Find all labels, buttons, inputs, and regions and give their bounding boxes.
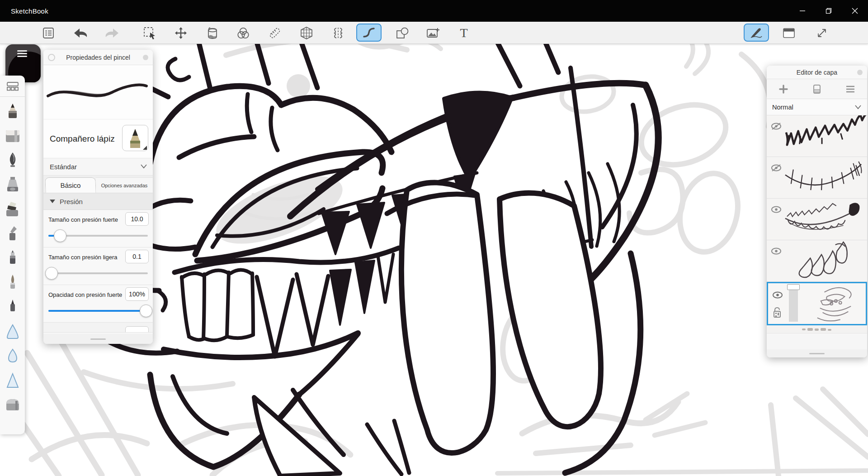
pin-toggle-icon[interactable] xyxy=(48,54,55,61)
tab-opciones-avanzadas[interactable]: Opciones avanzadas xyxy=(96,177,153,193)
eraser-icon[interactable] xyxy=(0,126,25,146)
layer-row-4[interactable] xyxy=(767,157,867,199)
brush-name: Compañero lápiz xyxy=(50,134,115,144)
pencil-icon[interactable] xyxy=(0,102,25,122)
layer-row-1-selected[interactable] xyxy=(767,282,867,325)
layer-row-5[interactable] xyxy=(767,115,867,157)
perspective-icon[interactable] xyxy=(299,26,314,40)
brush-panel-tabs: Básico Opciones avanzadas xyxy=(43,176,153,193)
stroke-preview xyxy=(43,65,153,119)
slider-handle[interactable] xyxy=(140,305,152,317)
ruler-icon[interactable] xyxy=(268,26,282,40)
layer-row-3[interactable] xyxy=(767,199,867,240)
chisel-marker-icon[interactable] xyxy=(0,224,25,244)
blend-mode-label: Normal xyxy=(772,104,793,111)
palette-grid-icon[interactable] xyxy=(0,76,25,96)
chevron-down-icon xyxy=(140,164,147,169)
airbrush-flask-icon[interactable] xyxy=(0,175,25,195)
layer-thumbnail xyxy=(782,157,867,198)
opacity-high-pressure-value[interactable]: 100% xyxy=(125,287,149,301)
window-panel-icon[interactable] xyxy=(782,26,796,40)
layer-opacity-handle[interactable] xyxy=(787,284,800,290)
layer-editor-panel: Editor de capa Normal xyxy=(767,66,867,357)
tab-basico[interactable]: Básico xyxy=(45,177,96,193)
brush-category-label: Estándar xyxy=(50,163,77,171)
brush-thumbnail-button[interactable] xyxy=(122,125,148,151)
minimize-button[interactable] xyxy=(789,0,816,22)
layer-thumbnail xyxy=(801,283,867,324)
layer-row-2[interactable] xyxy=(767,240,867,282)
brush-panel-title: Propiedades del pincel xyxy=(66,54,130,61)
toolbar: T xyxy=(0,22,868,44)
undo-icon[interactable] xyxy=(73,26,88,40)
visibility-hidden-icon[interactable] xyxy=(770,122,782,131)
opacity-high-pressure-slider[interactable] xyxy=(48,310,148,312)
layer-panel-resize[interactable] xyxy=(767,349,867,357)
panel-drag-handle[interactable] xyxy=(143,55,148,60)
size-high-pressure-slider[interactable] xyxy=(48,235,148,237)
size-high-pressure-value[interactable]: 10.0 xyxy=(125,212,149,226)
layer-panel-title: Editor de capa xyxy=(797,69,837,76)
import-image-icon[interactable] xyxy=(426,26,440,40)
size-low-pressure-row: Tamaño con presión ligera 0.1 xyxy=(43,248,153,285)
shapes-icon[interactable] xyxy=(395,26,410,40)
background-layer-partial[interactable] xyxy=(767,325,867,333)
menu-icon[interactable] xyxy=(41,26,56,40)
fill-bucket-icon[interactable] xyxy=(205,26,220,40)
opacity-high-pressure-row: Opacidad con presión fuerte 100% xyxy=(43,285,153,323)
close-button[interactable] xyxy=(842,0,868,22)
size-high-pressure-row: Tamaño con presión fuerte 10.0 xyxy=(43,210,153,248)
hard-airbrush-icon[interactable] xyxy=(0,371,25,390)
symmetry-icon[interactable] xyxy=(331,26,345,40)
visibility-icon[interactable] xyxy=(770,247,782,256)
brush-panel-resize[interactable] xyxy=(43,334,153,344)
puck-menu-icon[interactable] xyxy=(17,50,27,52)
visibility-icon[interactable] xyxy=(772,290,783,300)
layer-thumbnail xyxy=(782,240,867,281)
slider-handle[interactable] xyxy=(45,267,58,280)
chevron-down-icon xyxy=(854,105,862,110)
brush-properties-panel: Propiedades del pincel Compañero lápiz E… xyxy=(43,50,153,344)
fullscreen-icon[interactable] xyxy=(815,26,829,40)
redo-icon[interactable] xyxy=(105,26,119,40)
titlebar: SketchBook xyxy=(0,0,868,22)
marker-icon[interactable] xyxy=(0,200,25,219)
smudge-dome-icon[interactable] xyxy=(0,395,25,415)
brush-editor-selected[interactable] xyxy=(744,24,769,42)
size-low-pressure-value[interactable]: 0.1 xyxy=(125,250,149,263)
text-tool-icon[interactable]: T xyxy=(457,26,471,40)
svg-text:T: T xyxy=(460,27,467,39)
restore-button[interactable] xyxy=(816,0,842,22)
layer-actions xyxy=(767,79,867,99)
layer-thumbnail xyxy=(782,199,867,240)
blend-mode-dropdown[interactable]: Normal xyxy=(767,99,867,115)
fine-liner-icon[interactable] xyxy=(0,297,25,317)
select-marquee-icon[interactable] xyxy=(143,26,157,40)
brush-palette xyxy=(0,76,25,434)
layer-panel-header[interactable]: Editor de capa xyxy=(767,66,867,79)
color-blend-icon[interactable] xyxy=(236,26,250,40)
ink-pen-icon[interactable] xyxy=(0,151,25,171)
pressure-section-header[interactable]: Presión xyxy=(43,193,153,210)
thumb-corner-flag xyxy=(143,146,147,150)
brush-category-dropdown[interactable]: Estándar xyxy=(43,158,153,176)
brush-panel-header[interactable]: Propiedades del pincel xyxy=(43,50,153,65)
smudge-drop-icon[interactable] xyxy=(0,346,25,366)
lock-transparency-icon[interactable] xyxy=(773,307,782,319)
size-low-pressure-slider[interactable] xyxy=(48,272,148,274)
layer-options-button[interactable] xyxy=(800,84,834,95)
ballpoint-pen-icon[interactable] xyxy=(0,248,25,268)
clipped-control-row xyxy=(43,323,153,333)
soft-airbrush-icon[interactable] xyxy=(0,322,25,342)
slider-handle[interactable] xyxy=(54,229,66,242)
panel-drag-handle[interactable] xyxy=(857,70,863,75)
layer-thumbnail xyxy=(782,115,867,157)
stroke-curve-tool-selected[interactable] xyxy=(356,24,382,42)
visibility-hidden-icon[interactable] xyxy=(770,163,782,172)
paintbrush-icon[interactable] xyxy=(0,273,25,293)
transform-move-icon[interactable] xyxy=(174,26,188,40)
layer-menu-button[interactable] xyxy=(834,85,867,93)
visibility-icon[interactable] xyxy=(770,205,782,214)
layer-opacity-slider[interactable] xyxy=(789,286,798,322)
add-layer-button[interactable] xyxy=(767,84,800,94)
